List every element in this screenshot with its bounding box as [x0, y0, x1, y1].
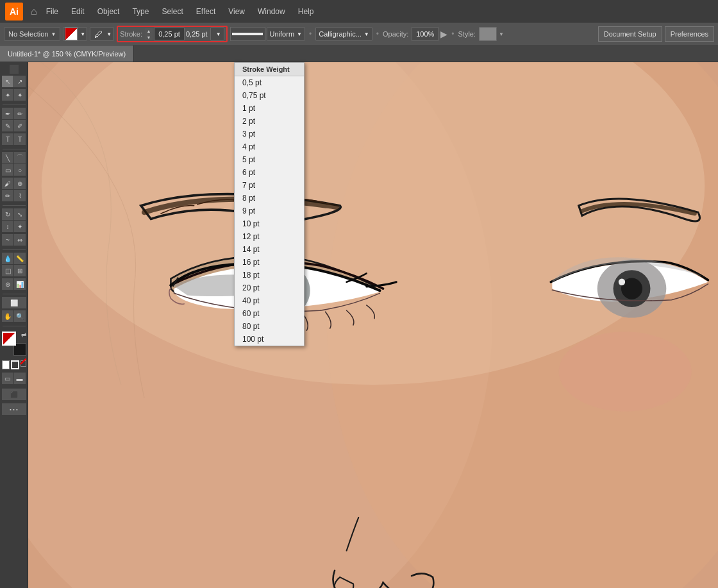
- blob-brush-tool[interactable]: ⊕: [14, 178, 26, 189]
- preferences-button[interactable]: Preferences: [665, 26, 714, 42]
- stroke-weight-item-2[interactable]: 1 pt: [235, 102, 304, 115]
- blend-tool[interactable]: ⊛: [2, 278, 13, 290]
- stroke-weight-item-16[interactable]: 20 pt: [235, 281, 304, 294]
- type-tool[interactable]: T: [2, 133, 13, 145]
- stroke-indicator[interactable]: [11, 360, 19, 369]
- stroke-weight-item-11[interactable]: 10 pt: [235, 217, 304, 230]
- stroke-weight-item-8[interactable]: 7 pt: [235, 179, 304, 192]
- direct-selection-tool[interactable]: ↗: [14, 76, 26, 87]
- brush-type-dropdown[interactable]: Calligraphic... ▼: [315, 27, 372, 41]
- arc-tool[interactable]: ⌒: [14, 152, 26, 164]
- stroke-weight-item-4[interactable]: 3 pt: [235, 128, 304, 140]
- stroke-weight-item-14[interactable]: 16 pt: [235, 256, 304, 269]
- swap-colors-icon[interactable]: ⇌: [21, 332, 26, 339]
- pen-tool[interactable]: ✒: [2, 108, 13, 119]
- screen-mode-button[interactable]: ⬛: [2, 389, 26, 400]
- menu-window[interactable]: Window: [256, 4, 287, 19]
- stroke-weight-item-1[interactable]: 0,75 pt: [235, 89, 304, 102]
- rect-tool[interactable]: ▭: [2, 164, 13, 176]
- none-indicator[interactable]: [21, 360, 26, 367]
- pencil-tool[interactable]: ✏: [2, 190, 13, 201]
- ellipse-tool[interactable]: ○: [14, 164, 26, 176]
- mesh-tool[interactable]: ⊞: [14, 265, 26, 276]
- eyedropper-tool[interactable]: 💧: [2, 253, 13, 264]
- document-setup-button[interactable]: Document Setup: [598, 26, 662, 42]
- stroke-dropdown-arrow[interactable]: ▼: [210, 27, 224, 41]
- stroke-weight-item-9[interactable]: 8 pt: [235, 192, 304, 205]
- document-tab[interactable]: Untitled-1* @ 150 % (CMYK/Preview): [0, 46, 134, 62]
- fill-stroke-none: [2, 360, 26, 369]
- warp-tool[interactable]: ~: [2, 234, 13, 246]
- paintbrush-tool[interactable]: 🖌: [2, 178, 13, 189]
- menu-file[interactable]: File: [45, 4, 60, 19]
- artboard-group: ⬜: [1, 297, 27, 308]
- stroke-weight-item-3[interactable]: 2 pt: [235, 115, 304, 128]
- artboard-tool[interactable]: ⬜: [2, 297, 26, 308]
- magic-wand-tool[interactable]: ✦: [2, 89, 13, 101]
- stroke-weight-item-19[interactable]: 80 pt: [235, 320, 304, 333]
- menu-view[interactable]: View: [227, 4, 246, 19]
- chevron-down-icon: ▼: [80, 31, 85, 37]
- stroke-weight-item-17[interactable]: 40 pt: [235, 294, 304, 307]
- menu-help[interactable]: Help: [297, 4, 315, 19]
- anchor-tool[interactable]: ✎: [2, 120, 13, 131]
- stroke-label: Stroke:: [120, 30, 142, 38]
- opacity-input[interactable]: [412, 27, 438, 41]
- pen-add-tool[interactable]: ✏: [14, 108, 26, 119]
- more-tools-button[interactable]: • • •: [2, 403, 26, 415]
- rotate-tool[interactable]: ↻: [2, 208, 13, 220]
- smooth-tool[interactable]: ⌇: [14, 190, 26, 201]
- style-swatch[interactable]: [479, 27, 497, 41]
- chevron-down-icon: ▼: [51, 31, 56, 37]
- stroke-value-input[interactable]: [154, 28, 185, 40]
- menu-edit[interactable]: Edit: [70, 4, 86, 19]
- selection-tool[interactable]: ↖: [2, 76, 13, 87]
- pen-tools: ✦ ✦: [1, 89, 27, 101]
- width-tool[interactable]: ⇔: [14, 234, 26, 246]
- curvature-tool[interactable]: ✐: [14, 120, 26, 131]
- fill-color-swatch[interactable]: ▼: [63, 27, 87, 41]
- hand-tool[interactable]: ✋: [2, 310, 13, 322]
- lasso-tool[interactable]: ✦: [14, 89, 26, 101]
- stroke-weight-item-18[interactable]: 60 pt: [235, 307, 304, 320]
- draw-mode-normal[interactable]: ▭: [2, 373, 13, 384]
- stroke-weight-item-10[interactable]: 9 pt: [235, 205, 304, 217]
- selection-dropdown[interactable]: No Selection ▼: [4, 27, 60, 41]
- menu-effect[interactable]: Effect: [195, 4, 217, 19]
- foreground-color-well[interactable]: [2, 332, 16, 346]
- menu-select[interactable]: Select: [160, 4, 184, 19]
- stroke-weight-item-20[interactable]: 100 pt: [235, 333, 304, 346]
- stroke-weight-item-0[interactable]: 0,5 pt: [235, 76, 304, 89]
- chart-tool[interactable]: 📊: [14, 278, 26, 290]
- stroke-weight-item-7[interactable]: 6 pt: [235, 166, 304, 179]
- stroke-weight-item-6[interactable]: 5 pt: [235, 153, 304, 166]
- home-icon[interactable]: ⌂: [31, 6, 37, 17]
- uniform-dropdown[interactable]: Uniform ▼: [267, 27, 305, 41]
- stroke-weight-item-12[interactable]: 12 pt: [235, 230, 304, 243]
- stroke-up-button[interactable]: ▲: [145, 28, 153, 34]
- stroke-weight-dropdown[interactable]: Stroke Weight 0,5 pt 0,75 pt 1 pt 2 pt 3…: [234, 62, 305, 346]
- zoom-tool[interactable]: 🔍: [14, 310, 26, 322]
- bottom-options: ▭ ▬: [2, 373, 26, 384]
- stroke-spinners[interactable]: ▲ ▼: [145, 28, 153, 40]
- opacity-more-button[interactable]: ▶: [440, 29, 447, 39]
- blend-group: ⊛ 📊: [1, 278, 27, 290]
- menu-object[interactable]: Object: [96, 4, 121, 19]
- stroke-weight-item-5[interactable]: 4 pt: [235, 140, 304, 153]
- menu-type[interactable]: Type: [131, 4, 150, 19]
- stroke-down-button[interactable]: ▼: [145, 34, 153, 40]
- scale-tool[interactable]: ⤡: [14, 208, 26, 220]
- menu-bar: File Edit Object Type Select Effect View…: [45, 4, 315, 19]
- shear-tool[interactable]: ↕: [2, 221, 13, 232]
- line-tool[interactable]: ╲: [2, 152, 13, 164]
- touch-type-tool[interactable]: T: [14, 133, 26, 145]
- fill-indicator[interactable]: [2, 360, 10, 369]
- measure-tool[interactable]: 📏: [14, 253, 26, 264]
- stroke-weight-item-15[interactable]: 18 pt: [235, 269, 304, 281]
- draw-mode-back[interactable]: ▬: [14, 373, 26, 384]
- stroke-weight-item-13[interactable]: 14 pt: [235, 243, 304, 256]
- distort-group: ~ ⇔: [1, 234, 27, 246]
- gradient-tool[interactable]: ◫: [2, 265, 13, 276]
- reshape-tool[interactable]: ✦: [14, 221, 26, 232]
- brush-dropdown[interactable]: 🖊 ▼: [90, 27, 114, 41]
